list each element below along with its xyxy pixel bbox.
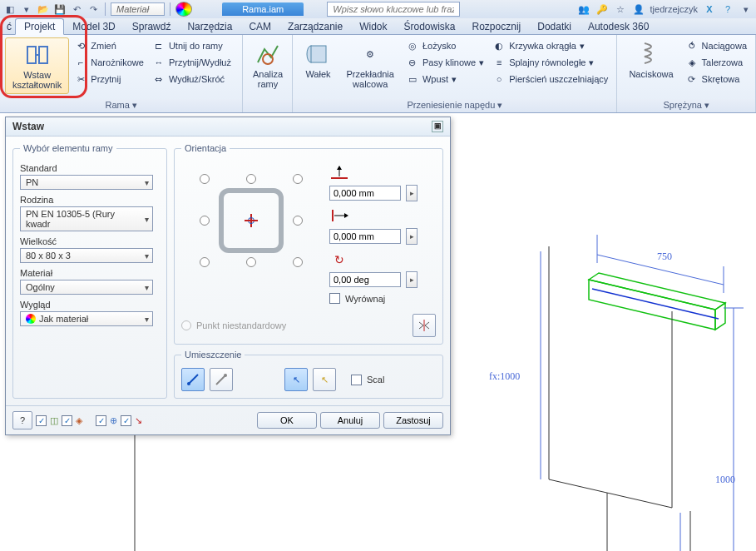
orient-tc[interactable]	[246, 174, 256, 184]
tab-zarzadzanie[interactable]: Zarządzanie	[279, 19, 351, 34]
opt3-icon: ⊕	[110, 415, 117, 426]
family-combo[interactable]: PN EN 10305-5 (Rury kwadr	[20, 206, 153, 231]
help-button[interactable]: ?	[12, 411, 32, 429]
orient-bc[interactable]	[246, 257, 256, 267]
merge-checkbox[interactable]	[351, 375, 362, 385]
panel-naped-title[interactable]: Przeniesienie napędu ▾	[293, 99, 616, 112]
redo-icon[interactable]: ↷	[86, 2, 100, 16]
user-icon[interactable]: 👤	[632, 2, 645, 16]
mirror-button[interactable]	[413, 314, 436, 337]
key-icon[interactable]: 🔑	[595, 2, 609, 16]
change-button[interactable]: ⟲Zmień	[71, 37, 147, 54]
disc-spring-button[interactable]: ◈Talerzowa	[682, 54, 750, 71]
align-checkbox[interactable]	[329, 293, 340, 304]
appearance-icon[interactable]	[175, 2, 192, 17]
compression-spring-button[interactable]: Naciskowa	[622, 37, 679, 82]
tab-widok[interactable]: Widok	[351, 19, 395, 34]
offset-y-spin[interactable]: ▸	[406, 228, 418, 245]
frame-analysis-button[interactable]: Analiza ramy	[246, 37, 289, 92]
spline-button[interactable]: ≡Splajny równoległe ▾	[489, 54, 611, 71]
placement-edge-button[interactable]	[181, 368, 205, 391]
offset-x-spin[interactable]: ▸	[406, 185, 418, 201]
member-selection-legend: Wybór elementu ramy	[20, 143, 116, 153]
opt3-checkbox[interactable]: ✓	[96, 415, 106, 426]
tab-model3d[interactable]: Model 3D	[64, 19, 123, 34]
cam-icon: ◐	[492, 39, 506, 52]
corner-button[interactable]: ⌐Narożnikowe	[71, 54, 147, 71]
select-arrow-button[interactable]: ↖	[284, 368, 308, 391]
oring-button[interactable]: ○Pierścień uszczelniający	[489, 71, 611, 87]
offset-y-input[interactable]	[329, 229, 401, 244]
tab-stub[interactable]: ć	[3, 19, 15, 34]
vbelt-button[interactable]: ⊖Pasy klinowe ▾	[403, 54, 487, 71]
size-combo[interactable]: 80 x 80 x 3	[20, 248, 153, 263]
tab-narzedzia[interactable]: Narzędzia	[179, 19, 240, 34]
offset-y-icon	[329, 206, 349, 223]
save-icon[interactable]: 💾	[53, 2, 67, 16]
torsion-spring-button[interactable]: ⟳Skrętowa	[682, 71, 750, 87]
cancel-button[interactable]: Anuluj	[320, 412, 380, 429]
orient-mr[interactable]	[293, 216, 303, 226]
app-icon[interactable]: ◧	[3, 2, 17, 16]
open-icon[interactable]: 📂	[37, 2, 50, 16]
orient-br[interactable]	[293, 257, 303, 267]
bearing-button[interactable]: ◎Łożysko	[403, 37, 487, 54]
username[interactable]: tjedrzejczyk	[650, 4, 698, 14]
shaft-button[interactable]: Wałek	[298, 37, 338, 82]
tab-cam[interactable]: CAM	[240, 19, 279, 34]
signin-icon[interactable]: 👥	[577, 2, 590, 16]
placement-line-button[interactable]	[210, 368, 233, 391]
tab-projekt[interactable]: Projekt	[15, 18, 64, 35]
angle-spin[interactable]: ▸	[406, 271, 418, 288]
apply-button[interactable]: Zastosuj	[383, 412, 443, 429]
gear-button[interactable]: ⚙Przekładnia walcowa	[339, 37, 400, 92]
select-add-button[interactable]: ↖	[313, 368, 336, 391]
new-icon[interactable]: ▾	[20, 2, 33, 16]
exchange-icon[interactable]: X	[703, 2, 716, 16]
trim-extend-button[interactable]: ↔Przytnij/Wydłuż	[149, 54, 235, 71]
svg-marker-30	[344, 213, 348, 218]
cam-button[interactable]: ◐Krzywka okrągła ▾	[489, 37, 611, 54]
dropdown-icon[interactable]: ▾	[739, 2, 753, 16]
undo-icon[interactable]: ↶	[70, 2, 83, 16]
tab-srodowiska[interactable]: Środowiska	[396, 19, 464, 34]
extend-shorten-button[interactable]: ⇔Wydłuż/Skróć	[149, 71, 235, 87]
opt2-checkbox[interactable]: ✓	[62, 415, 72, 426]
profile-preview	[219, 188, 284, 253]
document-tab[interactable]: Rama.iam	[222, 2, 304, 16]
offset-x-input[interactable]	[329, 186, 401, 201]
placement-legend: Umieszczenie	[181, 350, 245, 360]
material-combo[interactable]: Ogólny	[20, 280, 153, 295]
opt4-icon: ↘	[135, 415, 142, 426]
appearance-combo[interactable]: Jak materiał	[20, 311, 153, 326]
tab-a360[interactable]: Autodesk 360	[580, 19, 657, 34]
tension-spring-button[interactable]: ⥀Naciągowa	[682, 37, 750, 54]
panel-rama-title[interactable]: Rama ▾	[0, 99, 242, 112]
opt4-checkbox[interactable]: ✓	[121, 415, 131, 426]
insert-frame-button[interactable]: Wstaw kształtownik	[5, 37, 69, 94]
material-selector[interactable]: Materiał	[111, 2, 165, 16]
angle-input[interactable]	[329, 272, 401, 287]
tab-rozpocznij[interactable]: Rozpocznij	[464, 19, 530, 34]
key-button[interactable]: ▭Wpust ▾	[403, 71, 487, 87]
star-icon[interactable]: ☆	[614, 2, 627, 16]
svg-rect-1	[39, 47, 47, 63]
panel-sprezyna-title[interactable]: Sprężyna ▾	[617, 99, 755, 112]
tab-dodatki[interactable]: Dodatki	[529, 19, 580, 34]
search-input[interactable]	[327, 2, 460, 17]
tab-sprawdz[interactable]: Sprawdź	[124, 19, 180, 34]
nonstd-radio	[181, 320, 191, 330]
trim-button[interactable]: ✂Przytnij	[71, 71, 147, 87]
orient-bl[interactable]	[200, 257, 210, 267]
orient-tr[interactable]	[293, 174, 303, 184]
dialog-collapse-icon[interactable]: ▣	[432, 121, 443, 132]
trim-to-frame-button[interactable]: ⊏Utnij do ramy	[149, 37, 235, 54]
orient-tl[interactable]	[200, 174, 210, 184]
ok-button[interactable]: OK	[257, 412, 317, 429]
help-icon[interactable]: ?	[721, 2, 734, 16]
keyway-icon: ▭	[406, 72, 419, 86]
opt1-checkbox[interactable]: ✓	[36, 415, 47, 426]
orient-ml[interactable]	[200, 216, 210, 226]
svg-point-3	[263, 54, 273, 64]
standard-combo[interactable]: PN	[20, 175, 153, 190]
